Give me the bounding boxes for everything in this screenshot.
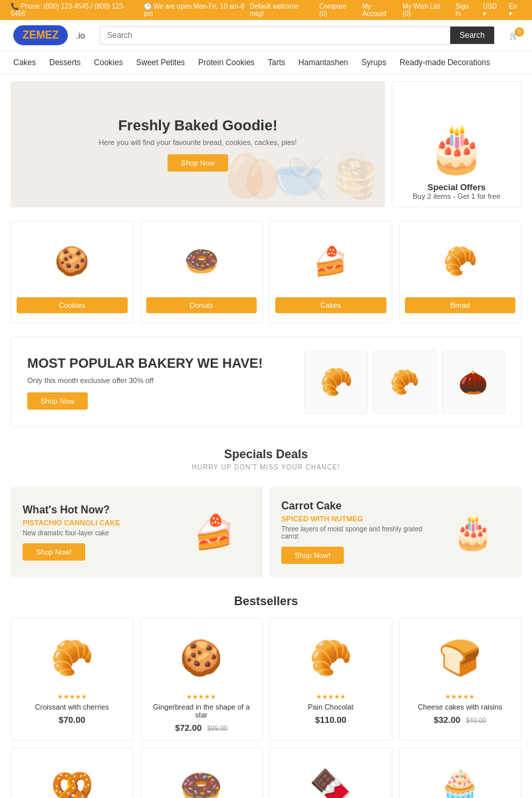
dessert-image: 🎂: [428, 121, 485, 176]
signin-link[interactable]: Sign In: [456, 3, 475, 17]
deal-2-cta[interactable]: Shop Now!: [281, 547, 344, 564]
deals-row: What's Hot Now? PISTACHIO CANNOLI CAKE N…: [0, 487, 532, 584]
popular-description: Only this month exclusive offer 30% off: [27, 376, 291, 384]
top-bar-left: 📞 Phone: (800) 123-4545 / (800) 123-5456…: [11, 3, 249, 17]
popular-img-1: 🥐: [305, 350, 368, 414]
nav-protein-cookies[interactable]: Protein Cookies: [198, 51, 255, 74]
main-nav: Cakes Desserts Cookies Sweet Petites Pro…: [0, 51, 532, 74]
specials-subtitle: HURRY UP DON'T MISS YOUR CHANCE!: [11, 464, 521, 471]
nav-hamantashen[interactable]: Hamantashen: [299, 51, 348, 74]
cookies-button[interactable]: Cookies: [17, 297, 128, 313]
currency-dropdown[interactable]: USD ▾: [483, 3, 501, 17]
deal-2-desc: Three layers of moist sponge and freshly…: [281, 525, 427, 540]
deal-card-2: Carrot Cake SPICED WITH NUTMEG Three lay…: [269, 487, 521, 577]
nav-ready-made[interactable]: Ready-made Decorations: [400, 51, 490, 74]
popular-title: MOST POPULAR BAKERY WE HAVE!: [27, 355, 291, 371]
product-img-7: 🧁: [406, 757, 515, 798]
product-price-3: $32.00 $40.00: [406, 714, 515, 726]
deal-2-title: Carrot Cake: [281, 500, 427, 512]
logo[interactable]: ZEMEZ: [13, 25, 68, 45]
nav-cakes[interactable]: Cakes: [13, 51, 36, 74]
specials-section: Specials Deals HURRY UP DON'T MISS YOUR …: [0, 434, 532, 487]
product-img-0: 🥐: [18, 628, 126, 688]
deal-1-subtitle: PISTACHIO CANNOLI CAKE: [23, 519, 168, 527]
popular-images: 🥐 🥐 🌰: [305, 350, 505, 414]
product-price-2: $110.00: [277, 714, 385, 726]
product-card-4: 🥨 ★★★★★ Pretzel $18.00: [11, 747, 134, 798]
product-img-4: 🥨: [18, 757, 126, 798]
bestsellers-title: Bestsellers: [11, 595, 521, 608]
nav-syrups[interactable]: Syrups: [362, 51, 386, 74]
deal-1-title: What's Hot Now?: [23, 504, 168, 516]
header: ZEMEZ .io Search 🛒 0: [0, 20, 532, 51]
cookies-image: 🍪: [39, 231, 105, 291]
phone-info: 📞 Phone: (800) 123-4545 / (800) 123-5456: [11, 3, 133, 17]
category-card-bread: 🥐 Bread: [399, 221, 522, 323]
product-img-2: 🥐: [277, 628, 385, 688]
language-dropdown[interactable]: En ▾: [509, 3, 521, 17]
deal-2-subtitle: SPICED WITH NUTMEG: [281, 515, 427, 523]
product-card-7: 🧁 ★★★★★ Cupcake $28.00: [399, 747, 522, 798]
product-stars-1: ★★★★★: [148, 693, 256, 700]
account-link[interactable]: My Account: [362, 3, 395, 17]
products-grid: 🥐 ★★★★★ Croissant with cherries $70.00 🍪…: [11, 618, 521, 798]
product-img-5: 🍩: [148, 757, 256, 798]
popular-cta-button[interactable]: Shop Now: [27, 392, 88, 410]
nav-desserts[interactable]: Desserts: [49, 51, 80, 74]
product-price-0: $70.00: [18, 714, 126, 726]
clock-icon: 🕐: [144, 3, 152, 10]
popular-img-3: 🌰: [442, 350, 505, 414]
nav-sweet-petites[interactable]: Sweet Petites: [136, 51, 185, 74]
hero-title: Freshly Baked Goodie!: [99, 117, 297, 134]
popular-banner: MOST POPULAR BAKERY WE HAVE! Only this m…: [11, 336, 521, 428]
product-card-2: 🥐 ★★★★★ Pain Chocolat $110.00: [269, 618, 392, 741]
hero-special-offer: 🎂 Special Offers Buy 2 items - Get 1 for…: [392, 81, 521, 207]
search-input[interactable]: [100, 27, 450, 44]
product-stars-0: ★★★★★: [18, 693, 126, 700]
category-card-donuts: 🍩 Donuts: [140, 221, 263, 323]
specials-title: Specials Deals: [11, 448, 521, 462]
nav-cookies[interactable]: Cookies: [94, 51, 122, 74]
compare-link[interactable]: Compare (0): [319, 3, 354, 17]
hero-content: Freshly Baked Goodie! Here you will find…: [86, 104, 311, 185]
popular-text: MOST POPULAR BAKERY WE HAVE! Only this m…: [27, 355, 291, 410]
product-card-1: 🍪 ★★★★★ Gingerbread in the shape of a st…: [140, 618, 263, 741]
cakes-image: 🍰: [297, 231, 364, 291]
bestsellers-section: Bestsellers 🥐 ★★★★★ Croissant with cherr…: [0, 584, 532, 798]
bread-button[interactable]: Bread: [405, 297, 516, 313]
cart-icon[interactable]: 🛒 0: [509, 31, 519, 40]
product-name-1: Gingerbread in the shape of a star: [148, 703, 256, 719]
deal-2-image: 🎂: [436, 502, 509, 562]
product-stars-3: ★★★★★: [406, 693, 515, 700]
popular-img-2: 🥐: [373, 350, 436, 414]
category-card-cookies: 🍪 Cookies: [11, 221, 134, 323]
bread-image: 🥐: [427, 231, 493, 291]
special-offer-title: Special Offers: [428, 182, 485, 192]
deal-1-desc: New dramatic four-layer cake: [23, 529, 168, 537]
product-price-1: $72.00 $99.00: [148, 722, 256, 733]
hero-section: 🥚🥣🥛 Freshly Baked Goodie! Here you will …: [0, 74, 532, 214]
product-card-3: 🍞 ★★★★★ Cheese cakes with raisins $32.00…: [399, 618, 522, 741]
welcome-link[interactable]: Default welcome msg!: [249, 3, 311, 17]
phone-icon: 📞: [11, 3, 19, 10]
category-row: 🍪 Cookies 🍩 Donuts 🍰 Cakes 🥐 Bread: [0, 214, 532, 330]
donuts-button[interactable]: Donuts: [146, 297, 257, 313]
cakes-button[interactable]: Cakes: [275, 297, 386, 313]
product-img-6: 🍫: [277, 757, 385, 798]
deal-1-image: 🍰: [178, 502, 251, 562]
header-icons: 🛒 0: [509, 31, 519, 40]
deal-1-cta[interactable]: Shop Now!: [23, 543, 85, 561]
product-name-3: Cheese cakes with raisins: [406, 703, 515, 711]
search-button[interactable]: Search: [450, 27, 494, 44]
product-name-2: Pain Chocolat: [277, 703, 385, 711]
nav-tarts[interactable]: Tarts: [268, 51, 285, 74]
hero-cta-button[interactable]: Shop Now: [168, 154, 228, 172]
wishlist-link[interactable]: My Wish List (0): [402, 3, 447, 17]
special-offer-subtitle: Buy 2 items - Get 1 for free: [412, 192, 500, 200]
product-name-0: Croissant with cherries: [18, 703, 126, 711]
product-img-3: 🍞: [406, 628, 515, 688]
search-bar: Search: [100, 26, 495, 45]
category-card-cakes: 🍰 Cakes: [269, 221, 392, 323]
product-card-0: 🥐 ★★★★★ Croissant with cherries $70.00: [11, 618, 134, 741]
product-stars-2: ★★★★★: [277, 693, 385, 700]
